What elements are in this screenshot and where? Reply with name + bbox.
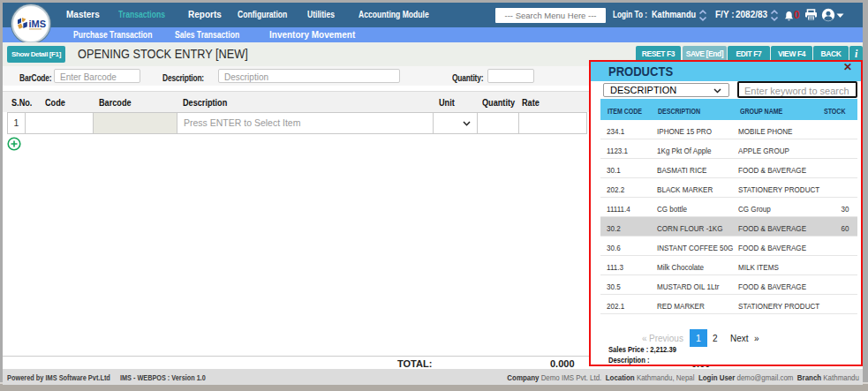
svg-text:iMS: iMS — [29, 19, 47, 29]
